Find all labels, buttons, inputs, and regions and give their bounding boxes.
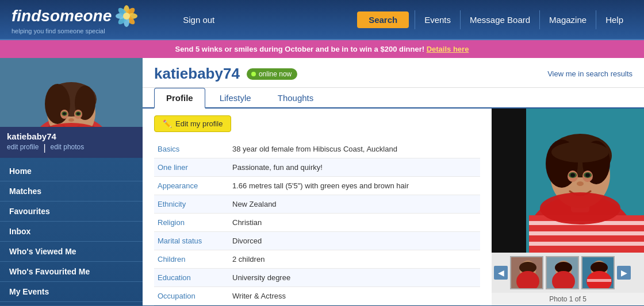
table-row: One liner Passionate, fun and quirky! [154, 158, 480, 177]
profile-table: Basics 38 year old female from Hibiscus … [154, 140, 480, 305]
sidebar-nav: Home Matches Favourites Inbox Who's View… [0, 158, 143, 305]
pencil-icon: ✏️ [163, 119, 172, 128]
svg-rect-30 [492, 109, 526, 253]
svg-point-48 [577, 181, 584, 186]
thumbnail-3[interactable] [581, 256, 615, 289]
svg-point-24 [63, 113, 66, 115]
profile-photo-img [0, 58, 143, 127]
svg-point-26 [68, 118, 74, 122]
svg-point-46 [570, 173, 575, 177]
svg-point-47 [585, 173, 590, 177]
online-label: online now [259, 70, 292, 78]
field-value: Passionate, fun and quirky! [229, 158, 480, 177]
main-layout: katiebaby74 edit profile | edit photos H… [0, 58, 644, 305]
sidebar-username-bar: katiebaby74 edit profile | edit photos [0, 127, 143, 158]
magazine-link[interactable]: Magazine [539, 10, 596, 29]
table-row: Marital status Divorced [154, 232, 480, 250]
field-label: Appearance [154, 177, 229, 195]
thumbnail-2[interactable] [546, 256, 579, 289]
field-label: Ethnicity [154, 195, 229, 214]
table-row: Basics 38 year old female from Hibiscus … [154, 140, 480, 158]
sidebar-item-inbox[interactable]: Inbox [0, 222, 143, 242]
field-value: New Zealand [229, 195, 480, 214]
field-value: Christian [229, 214, 480, 232]
svg-rect-34 [529, 231, 644, 235]
svg-point-41 [551, 142, 609, 162]
sidebar-profile-photo [0, 58, 143, 127]
events-link[interactable]: Events [415, 10, 460, 29]
sidebar-item-events[interactable]: My Events [0, 282, 143, 302]
main-photo [492, 109, 644, 253]
sidebar-item-favourites[interactable]: Favourites [0, 202, 143, 222]
header: findsomeone helping you find someone spe… [0, 0, 644, 40]
sidebar-item-matches[interactable]: Matches [0, 181, 143, 202]
thumbnail-1[interactable] [510, 256, 543, 289]
profile-username: katiebaby74 [154, 65, 240, 83]
table-row: Appearance 1.66 metres tall (5'5") with … [154, 177, 480, 195]
edit-photos-link[interactable]: edit photos [51, 143, 85, 153]
profile-body: ✏️ Edit my profile Basics 38 year old fe… [143, 109, 644, 305]
tab-profile[interactable]: Profile [154, 88, 205, 109]
photo-next-button[interactable]: ▶ [617, 266, 631, 280]
promo-banner: Send 5 winks or smiles during October an… [0, 40, 644, 58]
svg-rect-62 [587, 279, 611, 282]
sidebar-edit-links: edit profile | edit photos [7, 143, 136, 153]
table-row: Ethnicity New Zealand [154, 195, 480, 214]
help-link[interactable]: Help [596, 10, 632, 29]
profile-header-left: katiebaby74 online now [154, 65, 297, 83]
profile-header: katiebaby74 online now View me in search… [143, 58, 644, 88]
sidebar-item-viewed[interactable]: Who's Viewed Me [0, 242, 143, 262]
logo-find: find [12, 7, 41, 25]
content-area: katiebaby74 online now View me in search… [143, 58, 644, 305]
profile-tabs: Profile Lifestyle Thoughts [143, 88, 644, 109]
tab-thoughts[interactable]: Thoughts [266, 88, 326, 107]
signout-link[interactable]: Sign out [172, 10, 225, 29]
svg-point-49 [540, 192, 620, 224]
svg-point-25 [76, 113, 80, 115]
online-dot-icon [251, 72, 256, 76]
sidebar: katiebaby74 edit profile | edit photos H… [0, 58, 143, 305]
field-value: 1.66 metres tall (5'5") with green eyes … [229, 177, 480, 195]
logo-text: findsomeone [12, 7, 112, 25]
field-value: 38 year old female from Hibiscus Coast, … [229, 140, 480, 158]
field-label: Religion [154, 214, 229, 232]
profile-details: ✏️ Edit my profile Basics 38 year old fe… [143, 109, 492, 305]
tab-lifestyle[interactable]: Lifestyle [208, 88, 263, 107]
sidebar-item-favourited[interactable]: Who's Favourited Me [0, 262, 143, 282]
online-badge: online now [247, 68, 297, 80]
field-value: Writer & Actress [229, 287, 480, 305]
field-label: One liner [154, 158, 229, 177]
header-links: Search Events Message Board Magazine Hel… [357, 10, 632, 29]
svg-rect-35 [529, 242, 644, 246]
field-label: Marital status [154, 232, 229, 250]
field-label: Education [154, 269, 229, 287]
table-row: Occupation Writer & Actress [154, 287, 480, 305]
photo-prev-button[interactable]: ◀ [494, 266, 508, 280]
photo-panel: ◀ [492, 109, 644, 305]
svg-point-8 [123, 13, 130, 20]
view-in-search-link[interactable]: View me in search results [547, 69, 632, 78]
edit-profile-link[interactable]: edit profile [7, 143, 39, 153]
logo-subtitle: helping you find someone special [12, 28, 138, 34]
main-photo-img [492, 109, 644, 253]
search-link[interactable]: Search [357, 11, 409, 28]
photo-thumbnails: ◀ [492, 253, 644, 293]
field-label: Occupation [154, 287, 229, 305]
field-label: Basics [154, 140, 229, 158]
messageboard-link[interactable]: Message Board [460, 10, 539, 29]
logo-area: findsomeone helping you find someone spe… [12, 5, 138, 34]
field-label: Children [154, 250, 229, 269]
logo-someone: someone [41, 7, 112, 25]
sidebar-username: katiebaby74 [7, 131, 136, 141]
photo-label: Photo 1 of 5 [549, 293, 586, 305]
table-row: Religion Christian [154, 214, 480, 232]
header-nav: Sign out [172, 10, 225, 29]
field-value: Divorced [229, 232, 480, 250]
banner-text: Send 5 winks or smiles during October an… [175, 45, 424, 53]
table-row: Children 2 children [154, 250, 480, 269]
banner-link[interactable]: Details here [427, 45, 469, 53]
edit-profile-button[interactable]: ✏️ Edit my profile [154, 115, 231, 132]
sidebar-item-home[interactable]: Home [0, 161, 143, 181]
field-value: University degree [229, 269, 480, 287]
field-value: 2 children [229, 250, 480, 269]
